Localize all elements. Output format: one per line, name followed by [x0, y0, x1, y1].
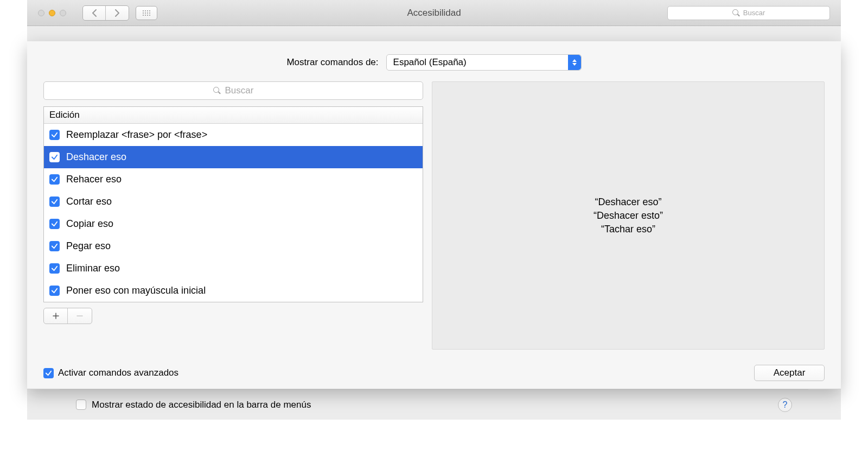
command-label: Eliminar eso	[66, 263, 120, 274]
list-column-header[interactable]: Edición	[44, 107, 423, 124]
language-dropdown[interactable]: Español (España)	[386, 54, 582, 71]
show-status-checkbox[interactable]	[76, 400, 86, 410]
plus-icon	[53, 313, 59, 319]
background-footer: Mostrar estado de accesibilidad en la ba…	[60, 389, 808, 420]
show-status-label: Mostrar estado de accesibilidad en la ba…	[92, 400, 311, 410]
close-button[interactable]	[38, 10, 44, 16]
background-content-strip	[60, 26, 808, 41]
checkbox[interactable]	[49, 174, 60, 185]
command-label: Pegar eso	[66, 240, 111, 252]
help-icon: ?	[783, 400, 788, 410]
system-preferences-window: Accesibilidad Buscar Mostrar comandos de…	[27, 0, 841, 420]
list-item[interactable]: Pegar eso	[44, 235, 423, 257]
titlebar: Accesibilidad Buscar	[27, 0, 841, 26]
checkbox[interactable]	[49, 263, 60, 274]
advanced-commands-checkbox[interactable]: Activar comandos avanzados	[43, 367, 178, 378]
search-placeholder: Buscar	[225, 85, 254, 96]
back-button[interactable]	[83, 6, 106, 20]
add-remove-buttons	[43, 308, 92, 324]
titlebar-search-input[interactable]: Buscar	[667, 6, 830, 20]
checkbox[interactable]	[49, 130, 60, 140]
advanced-commands-label: Activar comandos avanzados	[58, 367, 178, 378]
command-detail-panel: “Deshacer eso” “Deshacer esto” “Tachar e…	[432, 81, 825, 350]
list-item[interactable]: Copiar eso	[44, 213, 423, 235]
checkbox[interactable]	[49, 286, 60, 296]
command-label: Deshacer eso	[66, 151, 126, 163]
list-item[interactable]: Reemplazar <frase> por <frase>	[44, 124, 423, 146]
traffic-lights	[38, 10, 66, 16]
command-label: Poner eso con mayúscula inicial	[66, 285, 206, 296]
detail-phrase: “Deshacer eso”	[595, 197, 661, 208]
sheet-footer: Activar comandos avanzados Aceptar	[43, 365, 825, 381]
command-label: Reemplazar <frase> por <frase>	[66, 129, 207, 141]
nav-buttons	[82, 5, 129, 21]
language-label: Mostrar comandos de:	[286, 57, 378, 68]
add-button[interactable]	[44, 308, 68, 324]
help-button[interactable]: ?	[778, 398, 792, 412]
search-icon	[732, 9, 740, 17]
list-item[interactable]: Deshacer eso	[44, 146, 423, 168]
list-item[interactable]: Poner eso con mayúscula inicial	[44, 280, 423, 302]
command-search-input[interactable]: Buscar	[43, 81, 423, 100]
checkbox[interactable]	[49, 219, 60, 229]
dropdown-arrows-icon	[568, 55, 581, 70]
accept-button[interactable]: Aceptar	[754, 365, 825, 381]
forward-button[interactable]	[106, 6, 129, 20]
command-label: Cortar eso	[66, 196, 112, 207]
remove-button[interactable]	[68, 308, 92, 324]
minus-icon	[76, 313, 83, 319]
command-list: Edición Reemplazar <frase> por <frase>	[43, 106, 423, 302]
detail-phrase: “Deshacer esto”	[593, 210, 663, 221]
list-item[interactable]: Eliminar eso	[44, 257, 423, 280]
commands-sheet: Mostrar comandos de: Español (España) Bu…	[27, 41, 841, 389]
checkbox[interactable]	[49, 241, 60, 251]
command-label: Rehacer eso	[66, 174, 122, 185]
detail-phrase: “Tachar eso”	[601, 224, 655, 235]
grid-icon	[143, 10, 150, 16]
search-placeholder: Buscar	[743, 9, 765, 17]
language-row: Mostrar comandos de: Español (España)	[43, 54, 825, 71]
search-icon	[213, 87, 221, 94]
list-item[interactable]: Rehacer eso	[44, 168, 423, 191]
checkbox[interactable]	[49, 152, 60, 162]
language-value: Español (España)	[393, 57, 467, 68]
command-label: Copiar eso	[66, 218, 113, 230]
minimize-button[interactable]	[49, 10, 55, 16]
checkbox[interactable]	[43, 368, 54, 378]
list-item[interactable]: Cortar eso	[44, 191, 423, 213]
checkbox[interactable]	[49, 197, 60, 207]
show-all-button[interactable]	[136, 6, 157, 20]
zoom-button[interactable]	[60, 10, 66, 16]
